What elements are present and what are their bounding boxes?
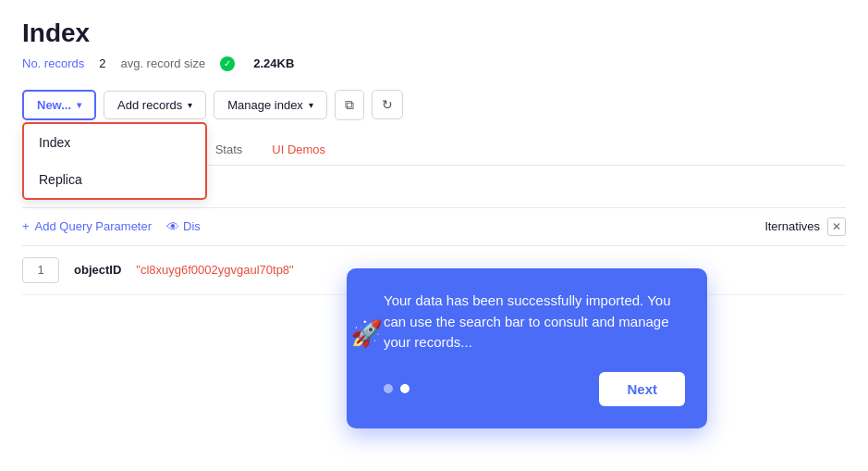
record-count-value: 2 xyxy=(99,56,105,70)
dropdown-item-index[interactable]: Index xyxy=(24,124,205,161)
dot-2 xyxy=(400,384,410,393)
record-value: "cl8xuyg6f0002ygvgaul70tp8" xyxy=(136,263,293,277)
new-dropdown-container: New... ▾ Index Replica xyxy=(22,90,96,120)
chevron-down-icon: ▾ xyxy=(188,100,192,110)
manage-index-button[interactable]: Manage index ▾ xyxy=(214,91,327,119)
tooltip-message: Your data has been successfully imported… xyxy=(384,291,685,353)
record-field: objectID xyxy=(74,263,121,277)
new-button[interactable]: New... ▾ xyxy=(22,90,96,120)
chevron-down-icon: ▾ xyxy=(77,100,81,110)
tab-ui-demos[interactable]: UI Demos xyxy=(257,135,340,166)
add-records-button[interactable]: Add records ▾ xyxy=(104,91,206,119)
dropdown-item-replica[interactable]: Replica xyxy=(24,161,205,198)
search-input[interactable] xyxy=(122,173,846,199)
chevron-down-icon: ▾ xyxy=(309,100,313,110)
record-number: 1 xyxy=(22,257,59,283)
tooltip-inner: 🚀 Your data has been successfully import… xyxy=(369,291,685,406)
rocket-icon: 🚀 xyxy=(350,318,383,349)
record-size-label: avg. record size xyxy=(120,56,205,70)
page-container: Index No. records 2 avg. record size ✓ 2… xyxy=(0,0,868,314)
plus-icon: + xyxy=(22,219,30,233)
toolbar: New... ▾ Index Replica Add records ▾ Man… xyxy=(22,90,846,120)
eye-icon[interactable]: 👁 xyxy=(166,219,179,234)
alternatives-text: lternatives xyxy=(765,219,820,233)
check-icon: ✓ xyxy=(220,56,238,71)
close-button[interactable]: ✕ xyxy=(827,217,846,236)
page-title: Index xyxy=(22,19,846,48)
record-info: No. records 2 avg. record size ✓ 2.24KB xyxy=(22,56,846,71)
next-button[interactable]: Next xyxy=(599,372,685,406)
tooltip-dots xyxy=(384,384,410,393)
record-size-value: 2.24KB xyxy=(253,56,294,70)
display-prefix: Dis xyxy=(183,219,201,233)
copy-button[interactable]: ⧉ xyxy=(335,90,364,120)
tab-stats[interactable]: Stats xyxy=(201,135,258,166)
refresh-button[interactable]: ↻ xyxy=(372,90,403,119)
query-row: + Add Query Parameter 👁 Dis lternatives … xyxy=(22,208,846,246)
tooltip-popup: 🚀 Your data has been successfully import… xyxy=(347,268,707,428)
record-count-label: No. records xyxy=(22,56,84,70)
new-dropdown-menu: Index Replica xyxy=(22,122,207,200)
tooltip-footer: Next xyxy=(384,372,685,406)
add-query-param-button[interactable]: + Add Query Parameter xyxy=(22,219,152,233)
dot-1 xyxy=(384,384,393,393)
